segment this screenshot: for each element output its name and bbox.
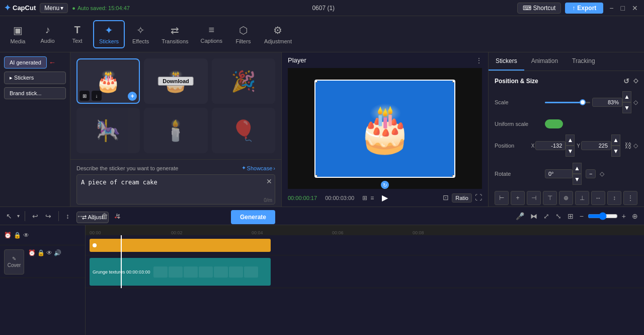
tl-split-button[interactable]: ↕	[64, 211, 71, 221]
align-top-button[interactable]: ⊤	[543, 191, 557, 205]
x-decrement[interactable]: ▼	[566, 146, 575, 157]
position-y-input[interactable]	[581, 141, 611, 150]
sticker-item-4[interactable]: 🎠	[76, 108, 140, 153]
scale-slider-thumb[interactable]	[580, 99, 586, 105]
position-keyframe-icon[interactable]: ◇	[633, 142, 638, 149]
rotate-keyframe-icon[interactable]: ◇	[600, 170, 604, 177]
tl-fit-button[interactable]: ⊕	[630, 211, 640, 221]
distribute-v-button[interactable]: ↕	[607, 191, 621, 205]
stickers-panel-button[interactable]: ▸ Stickers	[4, 72, 66, 84]
distribute-h-button[interactable]: ↔	[591, 191, 605, 205]
tl-more-button[interactable]: ↯	[113, 211, 123, 221]
sticker-item-5[interactable]: 🕯️	[144, 108, 207, 153]
rotate-increment[interactable]: ▲	[573, 163, 582, 174]
scale-decrement[interactable]: ▼	[622, 102, 631, 113]
grid-view-icon[interactable]: ⊞	[362, 194, 367, 202]
ai-prompt-input[interactable]	[76, 174, 275, 205]
toolbar-transitions[interactable]: ⇄ Transitions	[156, 21, 193, 47]
export-button[interactable]: ↑ Export	[565, 3, 603, 14]
y-increment[interactable]: ▲	[611, 135, 620, 146]
toolbar-adjustment[interactable]: ⚙ Adjustment	[259, 21, 297, 47]
ai-generated-button[interactable]: AI generated	[4, 56, 47, 69]
clear-input-icon[interactable]: ✕	[266, 177, 272, 185]
maximize-button[interactable]: □	[619, 4, 627, 12]
toolbar-filters[interactable]: ⬡ Filters	[229, 21, 257, 47]
handle-top-right[interactable]	[452, 80, 455, 83]
minimize-button[interactable]: −	[607, 4, 615, 12]
tl-pointer-tool[interactable]: ↖	[4, 211, 14, 221]
tab-stickers[interactable]: Stickers	[489, 52, 524, 71]
sticker-item-3[interactable]: 🎉	[212, 58, 275, 104]
download-badge[interactable]: Download	[158, 77, 194, 86]
position-x-input[interactable]	[535, 141, 566, 150]
shortcut-button[interactable]: ⌨ Shortcut	[517, 3, 561, 14]
toolbar-stickers[interactable]: ✦ Stickers	[93, 20, 125, 48]
scale-keyframe-icon[interactable]: ◇	[633, 99, 638, 106]
list-view-icon[interactable]: ≡	[370, 194, 374, 202]
y-decrement[interactable]: ▼	[611, 146, 620, 157]
align-center-h-button[interactable]: +	[511, 191, 525, 205]
sticker-download-icon[interactable]: ↓	[92, 91, 102, 101]
play-button[interactable]: ▶	[382, 193, 388, 203]
toolbar-media[interactable]: ▣ Media	[4, 21, 32, 47]
clip-orange[interactable]	[90, 239, 271, 252]
menu-button[interactable]: Menu ▾	[40, 3, 68, 13]
rotate-decrement[interactable]: ▼	[573, 174, 582, 185]
tl-zoom-out-button[interactable]: −	[578, 211, 586, 221]
rotate-flip-button[interactable]: −	[586, 169, 596, 178]
tl-zoom-slider[interactable]	[588, 212, 618, 220]
align-right-button[interactable]: ⊣	[527, 191, 541, 205]
track2-lock-icon[interactable]: 🔒	[37, 249, 45, 256]
align-more-button[interactable]: ⋮	[623, 191, 637, 205]
cover-button[interactable]: ✎ Cover	[4, 249, 24, 275]
sticker-add-badge[interactable]: +	[128, 92, 137, 101]
showcase-link[interactable]: ✦ Showcase ›	[242, 165, 275, 171]
close-button[interactable]: ✕	[630, 4, 640, 12]
handle-bottom-right[interactable]	[452, 175, 455, 178]
track2-time-icon[interactable]: ⏰	[28, 249, 36, 256]
track2-audio-icon[interactable]: 🔊	[54, 249, 61, 256]
scale-slider-track[interactable]	[545, 102, 590, 103]
sticker-item-2[interactable]: 🎂 Download	[144, 58, 207, 104]
tl-mic-button[interactable]: 🎤	[514, 211, 526, 221]
scale-increment[interactable]: ▲	[622, 91, 631, 102]
toolbar-audio[interactable]: ♪ Audio	[34, 21, 61, 47]
tl-separate-button[interactable]: ↔	[74, 211, 86, 221]
crop-icon[interactable]: ⊡	[443, 193, 449, 203]
toolbar-effects[interactable]: ✧ Effects	[127, 21, 154, 47]
tl-undo-button[interactable]: ↩	[30, 211, 40, 221]
handle-bottom-left[interactable]	[314, 175, 317, 178]
align-left-button[interactable]: ⊢	[495, 191, 509, 205]
position-link-icon[interactable]: ⛓	[624, 142, 631, 150]
sticker-item-6[interactable]: 🎈	[212, 108, 275, 153]
tl-mirror-button[interactable]: ↨	[89, 211, 96, 221]
ratio-button[interactable]: Ratio	[452, 193, 472, 203]
track1-visibility-icon[interactable]: 👁	[23, 232, 29, 239]
sticker-item-1[interactable]: 🎂 ⊞ ↓ +	[76, 58, 140, 104]
align-center-v-button[interactable]: ⊕	[559, 191, 573, 205]
toolbar-captions[interactable]: ≡ Captions	[196, 21, 227, 47]
track1-time-icon[interactable]: ⏰	[4, 232, 12, 239]
rotate-handle[interactable]: ↻	[381, 181, 389, 189]
tl-preview-button[interactable]: ⊞	[566, 211, 576, 221]
tl-redo-button[interactable]: ↪	[43, 211, 53, 221]
tab-tracking[interactable]: Tracking	[565, 52, 602, 71]
sticker-copy-icon[interactable]: ⊞	[79, 91, 90, 101]
brand-stickers-button[interactable]: Brand stick...	[4, 87, 66, 99]
tab-animation[interactable]: Animation	[524, 52, 565, 71]
clip-teal[interactable]: Grunge textures 00:00:03:00	[90, 258, 271, 286]
tl-delete-button[interactable]: 🗑	[99, 211, 110, 221]
player-menu-icon[interactable]: ⋮	[476, 57, 482, 64]
track1-lock-icon[interactable]: 🔒	[14, 232, 21, 239]
scale-value-input[interactable]	[592, 98, 622, 107]
x-increment[interactable]: ▲	[566, 135, 575, 146]
fullscreen-icon[interactable]: ⛶	[475, 193, 482, 203]
tl-playhead[interactable]	[121, 235, 122, 288]
keyframe-diamond-icon[interactable]: ◇	[633, 77, 638, 85]
rotate-value-input[interactable]	[545, 169, 573, 178]
toolbar-text[interactable]: T Text	[63, 21, 91, 47]
align-bottom-button[interactable]: ⊥	[575, 191, 589, 205]
tl-link-button[interactable]: ⧓	[528, 211, 539, 221]
tl-zoom-in-button[interactable]: +	[620, 211, 628, 221]
reset-icon[interactable]: ↺	[623, 77, 629, 85]
